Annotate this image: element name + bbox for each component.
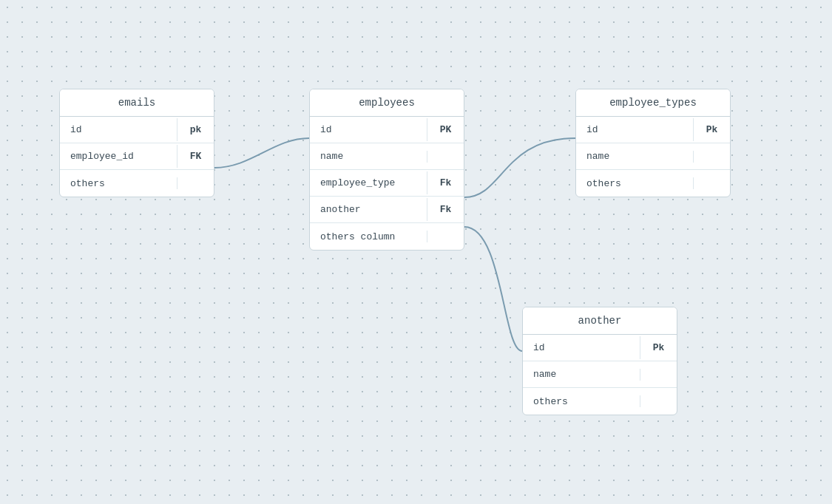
col-key: Pk bbox=[640, 336, 677, 359]
table-row: others bbox=[523, 388, 677, 415]
col-name: name bbox=[576, 145, 693, 168]
connector-layer bbox=[0, 0, 832, 504]
col-key bbox=[640, 395, 677, 407]
table-row: others column bbox=[310, 223, 464, 250]
col-key bbox=[693, 151, 730, 163]
connector-employees-employee-types bbox=[464, 138, 575, 197]
col-name: name bbox=[523, 363, 640, 386]
table-row: id Pk bbox=[576, 117, 730, 143]
employee-types-table-header: employee_types bbox=[576, 89, 730, 117]
table-row: employee_type Fk bbox=[310, 170, 464, 197]
table-row: name bbox=[576, 143, 730, 170]
col-key: Pk bbox=[693, 118, 730, 141]
table-row: another Fk bbox=[310, 197, 464, 223]
table-row: name bbox=[523, 361, 677, 388]
col-name: others bbox=[576, 172, 693, 195]
col-name: id bbox=[310, 118, 427, 141]
col-name: others column bbox=[310, 225, 427, 248]
col-name: others bbox=[523, 390, 640, 413]
col-key bbox=[427, 151, 464, 163]
connector-employees-another bbox=[464, 227, 522, 351]
col-key: pk bbox=[177, 118, 214, 141]
emails-table-header: emails bbox=[60, 89, 214, 117]
col-key: FK bbox=[177, 145, 214, 168]
table-row: others bbox=[60, 170, 214, 197]
col-name: id bbox=[576, 118, 693, 141]
table-row: name bbox=[310, 143, 464, 170]
employees-table: employees id PK name employee_type Fk an… bbox=[309, 89, 464, 251]
col-key: Fk bbox=[427, 171, 464, 194]
employees-table-header: employees bbox=[310, 89, 464, 117]
another-table: another id Pk name others bbox=[522, 307, 677, 415]
col-name: employee_type bbox=[310, 171, 427, 194]
col-name: employee_id bbox=[60, 145, 177, 168]
col-key: Fk bbox=[427, 198, 464, 221]
col-key bbox=[693, 177, 730, 189]
table-row: id pk bbox=[60, 117, 214, 143]
col-name: name bbox=[310, 145, 427, 168]
col-name: id bbox=[523, 336, 640, 359]
table-row: id PK bbox=[310, 117, 464, 143]
col-name: id bbox=[60, 118, 177, 141]
employee-types-table: employee_types id Pk name others bbox=[575, 89, 731, 197]
table-row: id Pk bbox=[523, 335, 677, 361]
col-key bbox=[640, 369, 677, 381]
table-row: employee_id FK bbox=[60, 143, 214, 170]
col-name: another bbox=[310, 198, 427, 221]
connector-emails-employees bbox=[214, 138, 309, 168]
another-table-header: another bbox=[523, 307, 677, 335]
table-row: others bbox=[576, 170, 730, 197]
emails-table: emails id pk employee_id FK others bbox=[59, 89, 214, 197]
col-key bbox=[427, 231, 464, 242]
col-key: PK bbox=[427, 118, 464, 141]
col-name: others bbox=[60, 172, 177, 195]
col-key bbox=[177, 177, 214, 189]
